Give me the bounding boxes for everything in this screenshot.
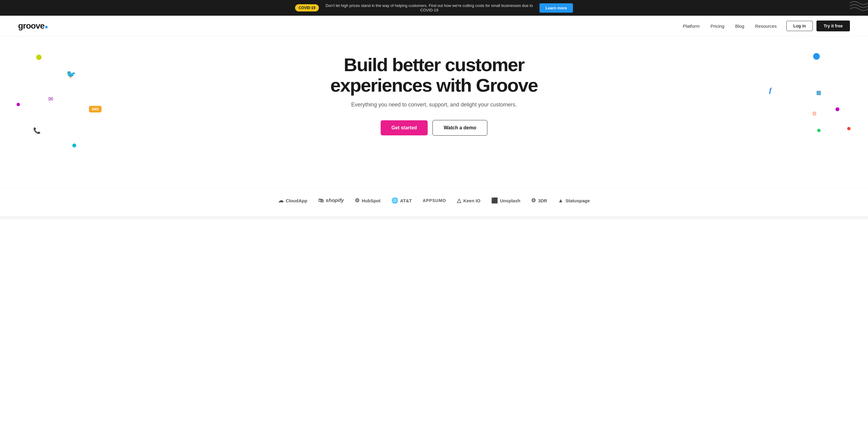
navbar: groove Platform Pricing Blog Resources L… <box>0 16 868 36</box>
brand-statuspage-label: Statuspage <box>565 198 590 203</box>
learn-more-button[interactable]: Learn more <box>539 3 573 13</box>
brand-statuspage: ▲ Statuspage <box>558 198 590 204</box>
brand-appsumo-label: APPSUMO <box>423 198 446 203</box>
watch-demo-button[interactable]: Watch a demo <box>433 120 487 136</box>
dot-purple-left <box>17 103 20 106</box>
nav-item-resources[interactable]: Resources <box>755 24 777 29</box>
whatsapp-icon: ● <box>816 125 821 135</box>
get-started-button[interactable]: Get started <box>381 120 428 136</box>
trello-icon: ▦ <box>816 89 821 96</box>
covid-banner: COVID-19 Don't let high prices stand in … <box>0 0 868 16</box>
logo-text: groove <box>18 21 44 31</box>
brand-unsplash: ⬛ Unsplash <box>491 197 521 204</box>
logo[interactable]: groove <box>18 21 48 31</box>
hubspot-icon: ⚙ <box>812 110 817 117</box>
hero-title-line2: experiences with Groove <box>330 75 538 95</box>
phone-icon: 📞 <box>33 127 41 134</box>
brand-att: 🌐 AT&T <box>392 197 412 204</box>
brand-hubspot: ⚙ HubSpot <box>355 197 380 204</box>
shopify-icon: 🛍 <box>318 198 324 204</box>
nav-links: Platform Pricing Blog Resources <box>683 24 777 29</box>
cloudapp-icon: ☁ <box>278 197 284 204</box>
nav-actions: Log in Try it free <box>786 21 850 31</box>
logo-dot <box>45 26 48 28</box>
statuspage-icon: ▲ <box>558 198 563 204</box>
covid-badge: COVID-19 <box>295 4 319 11</box>
hero-section: 🐦 ✉ SMS 📞 f ▦ ⚙ ● Build better customer … <box>0 36 868 187</box>
hero-buttons: Get started Watch a demo <box>6 120 862 136</box>
dot-teal-left <box>72 144 76 147</box>
facebook-icon: f <box>769 86 772 94</box>
banner-decoration <box>850 0 868 16</box>
hubspot-brand-icon: ⚙ <box>355 197 360 204</box>
dot-yellow <box>36 55 41 60</box>
unsplash-icon: ⬛ <box>491 197 498 204</box>
nav-item-pricing[interactable]: Pricing <box>710 24 724 29</box>
brand-cloudapp: ☁ CloudApp <box>278 197 307 204</box>
brand-shopify-label: shopify <box>326 198 344 204</box>
dot-blue-right <box>813 53 820 60</box>
dot-red-right <box>847 127 850 130</box>
brand-3dr-label: 3DR <box>538 198 547 203</box>
email-icon: ✉ <box>48 95 53 103</box>
3dr-icon: ⚙ <box>531 197 536 204</box>
twitter-icon: 🐦 <box>66 70 76 79</box>
covid-message: Don't let high prices stand in the way o… <box>324 3 535 12</box>
nav-item-blog[interactable]: Blog <box>735 24 744 29</box>
hero-subtitle: Everything you need to convert, support,… <box>6 101 862 108</box>
brand-att-label: AT&T <box>400 198 412 203</box>
keenio-icon: △ <box>457 197 461 204</box>
try-free-button[interactable]: Try it free <box>816 21 850 31</box>
nav-item-platform[interactable]: Platform <box>683 24 700 29</box>
login-button[interactable]: Log in <box>786 21 813 31</box>
brand-cloudapp-label: CloudApp <box>286 198 307 203</box>
brand-keenio: △ Keen IO <box>457 197 480 204</box>
brand-3dr: ⚙ 3DR <box>531 197 547 204</box>
brand-appsumo: APPSUMO <box>423 198 446 203</box>
brand-unsplash-label: Unsplash <box>500 198 521 203</box>
footer-bar <box>0 216 868 220</box>
att-icon: 🌐 <box>392 197 398 204</box>
hero-title-line1: Build better customer <box>344 54 524 75</box>
dot-purple-right <box>835 107 839 111</box>
brand-hubspot-label: HubSpot <box>362 198 380 203</box>
sms-bubble: SMS <box>89 106 101 113</box>
brands-section: ☁ CloudApp 🛍 shopify ⚙ HubSpot 🌐 AT&T AP… <box>0 187 868 216</box>
brand-keenio-label: Keen IO <box>463 198 480 203</box>
brand-shopify: 🛍 shopify <box>318 198 344 204</box>
hero-title: Build better customer experiences with G… <box>313 55 555 95</box>
